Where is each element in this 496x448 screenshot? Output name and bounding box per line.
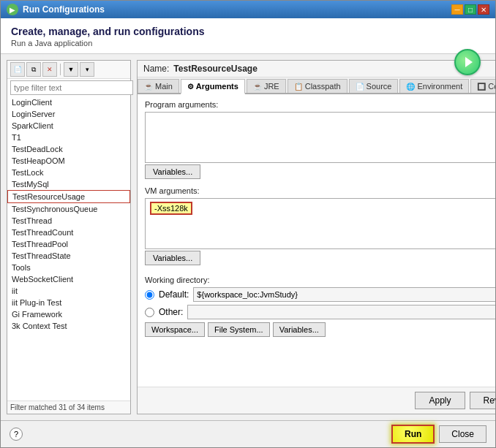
name-label: Name: (143, 64, 169, 74)
list-item[interactable]: T1 (7, 132, 130, 143)
list-item[interactable]: TestThreadCount (7, 227, 130, 238)
classpath-tab-icon: 📋 (294, 83, 303, 91)
run-button[interactable]: Run (391, 425, 435, 444)
source-tab-icon: 📄 (356, 83, 364, 91)
tab-environment[interactable]: 🌐 Environment (399, 79, 469, 93)
separator (60, 64, 61, 75)
vm-args-box: -Xss128k (145, 198, 495, 249)
other-radio-label: Other: (159, 307, 183, 317)
list-item[interactable]: 3k Context Test (7, 320, 130, 332)
main-tab-icon: ☕ (144, 83, 153, 91)
list-item[interactable]: TestHeapOOM (7, 155, 130, 167)
other-dir-input[interactable] (187, 305, 495, 319)
minimize-button[interactable]: ─ (451, 4, 463, 15)
titlebar: ▶ Run Configurations ─ □ ✕ (1, 1, 495, 18)
maximize-button[interactable]: □ (465, 4, 476, 15)
footer-right-buttons: Run Close (391, 425, 486, 444)
close-window-button[interactable]: ✕ (478, 4, 489, 15)
list-item[interactable]: iit (7, 285, 130, 297)
window-title: Run Configurations (23, 4, 105, 15)
list-item[interactable]: LoginServer (7, 108, 130, 120)
revert-button[interactable]: Revert (470, 392, 495, 409)
new-config-button[interactable]: 📄 (10, 62, 25, 77)
list-item[interactable]: TestThreadPool (7, 238, 130, 250)
jre-tab-icon: ☕ (253, 83, 262, 91)
main-content: 📄 ⧉ ✕ ▼ ▾ LoginClient LoginServer SparkC… (1, 54, 495, 420)
wd-variables-button[interactable]: Variables... (273, 322, 326, 337)
tab-arguments-label: Arguments (196, 82, 238, 91)
arguments-tab-icon: ⚙ (187, 83, 194, 91)
program-args-label: Program arguments: (145, 100, 495, 109)
right-panel: Name: TestResourceUsage ☕ Main ⚙ Argumen… (137, 60, 495, 414)
vm-args-content: -Xss128k (146, 199, 495, 218)
titlebar-left: ▶ Run Configurations (7, 4, 105, 15)
program-args-variables-button[interactable]: Variables... (145, 164, 200, 179)
other-radio[interactable] (145, 308, 154, 317)
list-item[interactable]: TestDeadLock (7, 143, 130, 155)
vm-args-variables-button[interactable]: Variables... (145, 251, 200, 265)
program-args-input[interactable] (146, 113, 495, 162)
program-args-box (145, 112, 495, 163)
filter-button[interactable]: ▼ (64, 62, 78, 77)
tabs-row: ☕ Main ⚙ Arguments ☕ JRE 📋 Classpath 📄 (138, 77, 495, 94)
vm-args-section: VM arguments: -Xss128k Variables... (145, 186, 495, 265)
duplicate-button[interactable]: ⧉ (26, 62, 41, 77)
filter-input[interactable] (10, 80, 133, 95)
left-panel: 📄 ⧉ ✕ ▼ ▾ LoginClient LoginServer SparkC… (7, 60, 131, 414)
header-area: Create, manage, and run configurations R… (1, 18, 495, 54)
header-title: Create, manage, and run configurations (11, 26, 485, 37)
working-dir-label: Working directory: (145, 276, 495, 284)
tab-arguments[interactable]: ⚙ Arguments (181, 79, 245, 94)
list-item[interactable]: TestThread (7, 215, 130, 227)
working-dir-section: Working directory: Default: Other: Works… (145, 276, 495, 337)
list-item[interactable]: Gi Framework (7, 308, 130, 320)
tab-main[interactable]: ☕ Main (138, 79, 179, 93)
window-footer: ? Run Close (1, 420, 495, 447)
workspace-button[interactable]: Workspace... (145, 322, 205, 337)
tab-source-label: Source (367, 82, 392, 91)
working-dir-buttons: Workspace... File System... Variables... (145, 322, 495, 337)
titlebar-buttons: ─ □ ✕ (451, 4, 489, 15)
run-configurations-window: ▶ Run Configurations ─ □ ✕ Create, manag… (0, 0, 496, 448)
tab-jre[interactable]: ☕ JRE (247, 79, 286, 93)
help-button[interactable]: ? (10, 428, 23, 441)
list-item-selected[interactable]: TestResourceUsage (7, 190, 130, 203)
default-radio[interactable] (145, 290, 154, 300)
tab-environment-label: Environment (417, 82, 462, 91)
default-dir-input[interactable] (193, 287, 495, 302)
tab-common[interactable]: 🔲 Common (470, 79, 495, 93)
config-list: LoginClient LoginServer SparkClient T1 T… (7, 96, 130, 400)
list-item[interactable]: Tools (7, 262, 130, 273)
left-toolbar: 📄 ⧉ ✕ ▼ ▾ (7, 61, 130, 79)
list-item[interactable]: TestMySql (7, 178, 130, 190)
tab-classpath-label: Classpath (305, 82, 341, 91)
filesystem-button[interactable]: File System... (208, 322, 270, 337)
vm-args-value: -Xss128k (150, 202, 192, 215)
window-icon: ▶ (7, 4, 18, 15)
list-footer: Filter matched 31 of 34 items (7, 400, 130, 414)
tab-jre-label: JRE (264, 82, 279, 91)
list-item[interactable]: WebSocketClient (7, 273, 130, 285)
header-subtitle: Run a Java application (11, 39, 485, 48)
list-item[interactable]: LoginClient (7, 96, 130, 108)
list-item[interactable]: SparkClient (7, 120, 130, 132)
name-value: TestResourceUsage (173, 64, 258, 74)
close-button[interactable]: Close (439, 425, 486, 443)
menu-button[interactable]: ▾ (80, 62, 94, 77)
vm-args-label: VM arguments: (145, 186, 495, 195)
default-radio-label: Default: (159, 289, 189, 300)
list-item[interactable]: TestSynchronousQueue (7, 203, 130, 215)
other-radio-row: Other: (145, 305, 495, 319)
tab-source[interactable]: 📄 Source (349, 79, 399, 93)
name-row: Name: TestResourceUsage (138, 61, 495, 77)
tab-classpath[interactable]: 📋 Classpath (288, 79, 347, 93)
list-item[interactable]: TestThreadState (7, 250, 130, 262)
list-item[interactable]: iit Plug-in Test (7, 297, 130, 308)
list-item[interactable]: TestLock (7, 167, 130, 178)
environment-tab-icon: 🌐 (406, 83, 415, 91)
delete-button[interactable]: ✕ (42, 62, 57, 77)
tab-common-label: Common (488, 82, 495, 91)
default-radio-row: Default: (145, 287, 495, 302)
common-tab-icon: 🔲 (477, 83, 486, 91)
apply-button[interactable]: Apply (415, 392, 465, 409)
